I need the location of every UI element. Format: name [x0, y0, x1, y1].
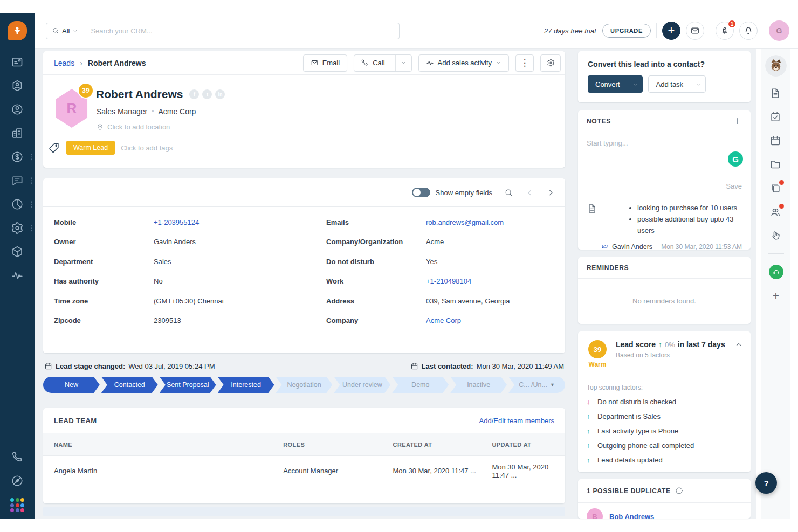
chevron-right-icon[interactable] — [546, 188, 555, 197]
kebab-menu-icon[interactable] — [31, 177, 32, 184]
sidebar-item-phone[interactable] — [0, 451, 35, 464]
more-actions-button[interactable]: ⋮ — [515, 54, 534, 72]
breadcrumb-leads-link[interactable]: Leads — [54, 59, 74, 67]
sidebar-item-settings[interactable] — [0, 222, 35, 234]
scoring-factor: ↑Lead details updated — [587, 456, 742, 464]
reminders-empty-text: No reminders found. — [578, 279, 751, 323]
add-note-icon[interactable] — [733, 116, 742, 126]
kebab-menu-icon[interactable] — [31, 225, 32, 231]
sidebar-item-leads[interactable] — [0, 79, 35, 92]
table-row[interactable]: Angela MartinAccount ManagerMon 30 Mar, … — [43, 456, 565, 486]
collapse-chevron-icon[interactable] — [734, 340, 743, 349]
add-task-button[interactable]: Add task — [648, 75, 706, 93]
note-doc-icon — [587, 203, 597, 214]
facebook-icon[interactable]: f — [189, 89, 199, 99]
search-fields-icon[interactable] — [504, 188, 513, 197]
call-button[interactable]: Call — [354, 54, 411, 72]
chevron-down-icon — [496, 60, 501, 66]
duplicate-record[interactable]: B Bob Andrews — [578, 503, 751, 519]
sidebar-item-reports[interactable] — [0, 198, 35, 211]
freddy-avatar-icon[interactable] — [765, 55, 787, 77]
note-input[interactable]: Start typing... G Save — [578, 132, 751, 195]
table-cell: Mon 30 Mar, 2020 11:47 ... — [393, 456, 492, 486]
headset-icon[interactable] — [769, 265, 783, 279]
score-circle: 39 — [588, 340, 607, 358]
settings-button[interactable] — [540, 54, 561, 72]
call-dropdown[interactable] — [395, 55, 411, 71]
stage-interested[interactable]: Interested — [218, 377, 274, 393]
sidebar-item-conversations[interactable] — [0, 174, 35, 187]
info-icon[interactable] — [675, 487, 683, 495]
sidebar-item-deals[interactable] — [0, 150, 35, 163]
toggle-switch[interactable] — [412, 188, 430, 197]
stage-dropdown-caret[interactable]: ▼ — [550, 382, 555, 388]
stage-sent-proposal[interactable]: Sent Proposal — [160, 377, 216, 393]
rail-item-tasks[interactable] — [769, 111, 782, 124]
sidebar-item-freddy-disabled[interactable] — [0, 474, 35, 487]
save-note-button[interactable]: Save — [726, 182, 742, 190]
user-avatar[interactable]: G — [769, 20, 789, 41]
kebab-menu-icon[interactable] — [31, 154, 32, 160]
add-tags-placeholder[interactable]: Click to add tags — [121, 144, 173, 152]
email-inbox-button[interactable] — [686, 22, 704, 40]
notes-title: NOTES — [587, 118, 611, 125]
help-button[interactable]: ? — [755, 472, 777, 494]
add-widget-icon[interactable]: + — [773, 290, 779, 301]
scrollbar[interactable] — [756, 49, 761, 519]
rail-item-hand[interactable] — [769, 230, 782, 243]
duplicate-name-link[interactable]: Bob Andrews — [609, 513, 654, 519]
rail-item-duplicates[interactable] — [769, 182, 782, 195]
field-value[interactable]: rob.andrews@gmail.com — [426, 218, 504, 226]
add-edit-team-members-link[interactable]: Add/Edit team members — [479, 417, 554, 425]
sidebar-item-dashboard[interactable] — [0, 56, 35, 68]
notifications-button[interactable] — [739, 22, 758, 40]
quick-add-button[interactable]: + — [662, 22, 680, 40]
stage-contacted[interactable]: Contacted — [101, 377, 158, 393]
stage-c-----un---[interactable]: C... /Un...▼ — [508, 377, 565, 393]
note-timestamp: Mon 30 Mar, 2020 11:53 AM — [661, 243, 742, 251]
left-sidebar-bottom — [0, 451, 35, 511]
upgrade-button[interactable]: UPGRADE — [602, 24, 651, 38]
email-button[interactable]: Email — [303, 54, 348, 72]
stage-under-review[interactable]: Under review — [334, 377, 390, 393]
convert-dropdown[interactable] — [628, 75, 643, 93]
search-icon — [52, 27, 59, 34]
sidebar-item-app-switcher[interactable] — [0, 498, 35, 511]
lead-score-card: 39 Warm Lead score ↑ 0% in last 7 days B… — [578, 331, 751, 472]
search-scope-dropdown[interactable]: All — [46, 23, 84, 39]
lead-team-table: NAMEROLESCREATED ATUPDATED AT Angela Mar… — [43, 433, 565, 486]
field-value[interactable]: Acme Corp — [426, 316, 461, 324]
grammarly-icon[interactable]: G — [728, 151, 743, 167]
add-sales-activity-button[interactable]: Add sales activity — [418, 54, 509, 72]
rail-item-people[interactable] — [769, 206, 782, 219]
linkedin-icon[interactable]: in — [215, 89, 225, 99]
add-location-placeholder[interactable]: Click to add location — [96, 123, 170, 131]
stage-inactive[interactable]: Inactive — [450, 377, 507, 393]
document-icon — [769, 87, 781, 99]
global-search-input[interactable]: All Search your CRM... — [46, 23, 400, 39]
sidebar-item-products[interactable] — [0, 245, 35, 258]
add-task-dropdown[interactable] — [691, 76, 705, 92]
show-empty-fields-toggle[interactable]: Show empty fields — [412, 188, 493, 197]
dashboard-icon — [11, 56, 24, 68]
factor-text: Department is Sales — [597, 412, 661, 420]
chevron-left-icon[interactable] — [525, 188, 534, 197]
freshsales-logo-icon[interactable] — [8, 21, 27, 40]
rail-item-calendar[interactable] — [769, 135, 782, 148]
convert-button[interactable]: Convert — [588, 75, 643, 93]
sidebar-item-contacts[interactable] — [0, 103, 35, 116]
rail-item-document[interactable] — [769, 87, 782, 100]
warm-lead-tag[interactable]: Warm Lead — [66, 141, 115, 155]
stage-new[interactable]: New — [43, 377, 100, 393]
sidebar-item-accounts[interactable] — [0, 127, 35, 140]
stage-demo[interactable]: Demo — [392, 377, 449, 393]
twitter-icon[interactable]: t — [202, 89, 212, 99]
kebab-menu-icon[interactable] — [31, 201, 32, 208]
stage-negotiation[interactable]: Negotiation — [276, 377, 333, 393]
field-value[interactable]: +1-203955124 — [154, 218, 199, 226]
sidebar-item-activity[interactable] — [0, 269, 35, 282]
rail-item-folder[interactable] — [769, 158, 782, 171]
field-value[interactable]: +1-210498104 — [426, 277, 471, 285]
lead-team-title: LEAD TEAM — [54, 417, 97, 425]
note-item[interactable]: looking to purchase for 10 userspossible… — [578, 195, 751, 251]
